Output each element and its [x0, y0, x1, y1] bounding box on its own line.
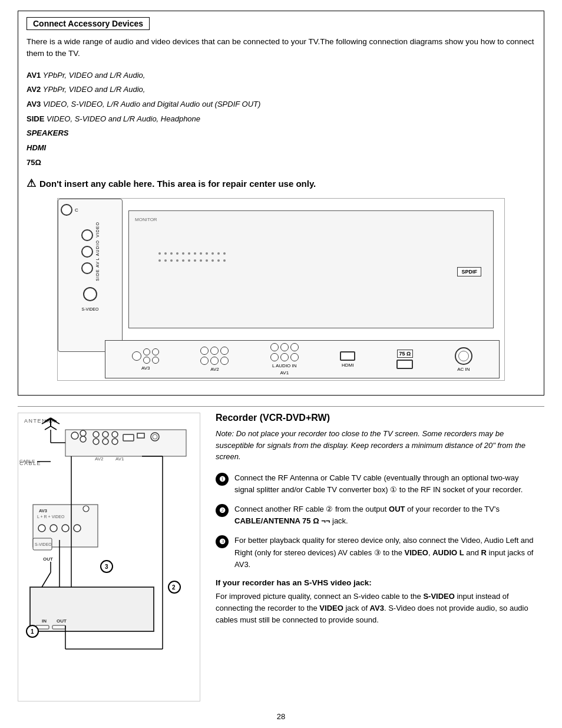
- av3-audio-r: [143, 357, 150, 364]
- connector-row-1: C: [61, 204, 120, 216]
- svg-point-33: [74, 525, 81, 532]
- recorder-note: Note: Do not place your recorder too clo…: [216, 428, 541, 463]
- step-2: ❷ Connect another RF cable ② from the ou…: [216, 503, 541, 527]
- vent-dot: [188, 252, 190, 255]
- av2-label: AV2: [210, 367, 219, 372]
- av1-top-row: [270, 343, 299, 351]
- vent-dot: [182, 252, 184, 255]
- connector-label: C: [75, 207, 78, 213]
- svg-point-51: [27, 625, 38, 637]
- svg-text:L + R + VIDEO: L + R + VIDEO: [37, 515, 65, 519]
- svg-text:AV1: AV1: [115, 456, 124, 462]
- connector-circle: [61, 204, 72, 216]
- svg-point-9: [80, 430, 86, 436]
- av1-c4: [270, 353, 279, 361]
- step-3: ❸ For better playback quality for stereo…: [216, 535, 541, 570]
- svg-point-19: [151, 433, 159, 441]
- svg-point-16: [112, 439, 118, 444]
- av2-top-row: [200, 347, 229, 355]
- svideo-connector: [83, 287, 97, 301]
- side-label-text: SIDE AV: [95, 261, 100, 281]
- av-list: AV1 YPbPr, VIDEO and L/R Audio, AV2 YPbP…: [27, 68, 535, 170]
- vent-dot: [170, 259, 173, 262]
- av2-c2: [210, 347, 219, 355]
- av2-c6: [220, 357, 229, 365]
- vent-bottom: [158, 259, 226, 262]
- step-1-text: Connect the RF Antenna or Cable TV cable…: [234, 472, 541, 496]
- svg-point-12: [103, 431, 108, 437]
- av1-c6: [290, 353, 299, 361]
- ac-inner: [458, 351, 469, 361]
- antenna-label: ANTENNA: [24, 418, 56, 424]
- side-audio-label: L AUDIO: [95, 240, 100, 260]
- av3-top-row: [132, 348, 159, 364]
- svhs-title: If your recorder has an S-VHS video jack…: [216, 578, 541, 587]
- svg-point-20: [153, 434, 157, 439]
- av1-audio-label: L AUDIO IN: [272, 363, 297, 368]
- vent-dot: [176, 259, 178, 262]
- spdif-label: SPDIF: [457, 267, 481, 276]
- section-title: Connect Accessory Devices: [27, 17, 150, 30]
- video-connector: [81, 229, 93, 241]
- av2-c3: [220, 347, 229, 355]
- av1-rows: [270, 343, 299, 361]
- step-2-text: Connect another RF cable ② from the outp…: [234, 503, 541, 527]
- svg-text:IN: IN: [42, 618, 47, 624]
- 75ohm-group: 75 Ω: [396, 350, 413, 369]
- top-section: Connect Accessory Devices There is a wid…: [18, 11, 544, 396]
- section-divider: [18, 406, 544, 407]
- 75ohm-label: 75 Ω: [397, 350, 414, 358]
- av3-connector-group: AV3: [132, 348, 159, 371]
- warning-icon: ⚠: [27, 177, 36, 190]
- svg-point-30: [38, 525, 45, 532]
- svg-line-45: [42, 572, 51, 587]
- svg-point-10: [80, 436, 86, 442]
- step-2-number: ❷: [216, 504, 229, 517]
- vent-dot: [217, 252, 220, 255]
- svg-text:3: 3: [105, 564, 108, 570]
- av1-connector-group: L AUDIO IN AV1: [270, 343, 299, 375]
- vent-top: [158, 252, 226, 255]
- av1-c5: [280, 353, 289, 361]
- svg-line-5: [45, 426, 51, 430]
- vent-dot: [223, 259, 226, 262]
- svg-rect-39: [30, 587, 154, 631]
- svg-point-11: [93, 431, 99, 437]
- svg-rect-35: [33, 538, 52, 550]
- av1-c2: [280, 343, 289, 351]
- vent-dot: [158, 259, 161, 262]
- svg-rect-42: [36, 625, 49, 629]
- av1-c1: [270, 343, 279, 351]
- av2-c4: [200, 357, 209, 365]
- svg-text:AV3: AV3: [39, 508, 47, 513]
- av1-bottom-row: [270, 353, 299, 361]
- svg-rect-27: [33, 505, 98, 547]
- step-1-number: ❶: [216, 473, 229, 486]
- bottom-section: ANTENNA CABLE: [18, 413, 544, 701]
- av3-audio-l: [143, 348, 150, 355]
- av3-y: [152, 348, 159, 355]
- av3-ypbpr-group: [152, 348, 159, 364]
- vent-dot: [164, 259, 167, 262]
- av1-label: AV1: [280, 370, 289, 375]
- svg-text:OUT: OUT: [57, 618, 67, 624]
- list-item-75ohm: 75Ω: [27, 156, 535, 170]
- svideo-label: S-VIDEO: [82, 307, 99, 311]
- vent-dot: [217, 259, 220, 262]
- ac-in-group: AC IN: [455, 347, 472, 372]
- svg-point-53: [168, 581, 180, 593]
- svg-text:1: 1: [31, 628, 34, 635]
- svg-rect-17: [123, 434, 134, 441]
- bottom-connector-bar: AV3: [105, 340, 500, 378]
- side-av-label: VIDEO: [95, 222, 100, 238]
- vent-dot: [164, 252, 167, 255]
- list-item-speakers: SPEAKERS: [27, 126, 535, 141]
- vent-dot: [211, 259, 214, 262]
- svg-point-15: [103, 439, 108, 444]
- av3-label: AV3: [141, 365, 150, 371]
- ac-in-label: AC IN: [457, 367, 470, 372]
- vent-dot: [206, 252, 208, 255]
- list-item-av1: AV1 YPbPr, VIDEO and L/R Audio,: [27, 68, 535, 83]
- recorder-title: Recorder (VCR-DVD+RW): [216, 413, 541, 423]
- list-item-side: SIDE VIDEO, S-VIDEO and L/R Audio, Headp…: [27, 112, 535, 127]
